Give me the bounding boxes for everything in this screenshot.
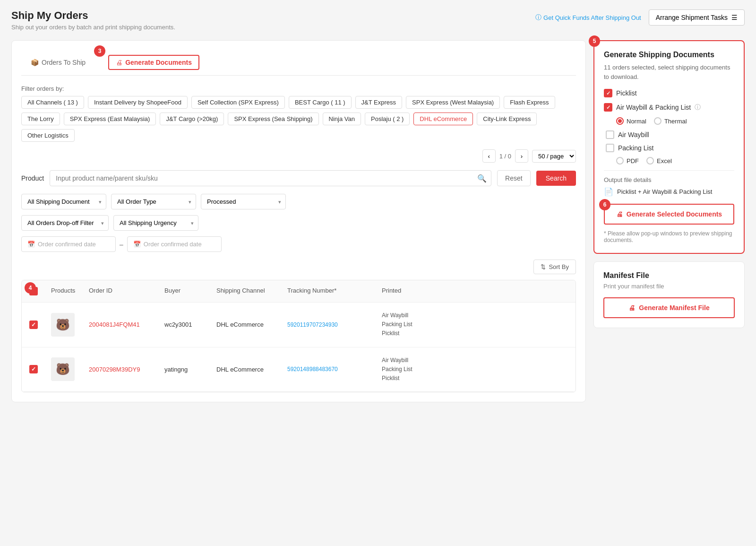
filter-tag[interactable]: The Lorry [21,113,60,125]
filter-tag[interactable]: Self Collection (SPX Express) [191,96,285,109]
per-page-select[interactable]: 50 / page [532,150,576,163]
filter-tag[interactable]: Flash Express [504,96,555,109]
current-page: 1 [499,153,503,160]
output-label: Output file details [604,176,734,183]
shipping-doc-dropdown[interactable]: All Shipping Document [21,194,106,209]
reset-btn[interactable]: Reset [497,170,531,186]
pdf-icon: 📄 [604,187,613,196]
airwaybill-sub-label: Air Waybill [618,131,649,139]
order-id-2[interactable]: 20070298M39DY9 [83,364,159,375]
normal-radio-dot [616,117,624,125]
tracking-1[interactable]: 5920119707234930 [282,320,376,330]
total-pages: 0 [508,153,511,160]
gen-selected-btn[interactable]: 🖨 Generate Selected Documents [604,204,734,225]
excel-radio[interactable]: Excel [646,157,672,165]
order-type-dropdown[interactable]: All Order Type [111,194,196,209]
channel-1: DHL eCommerce [211,319,282,330]
urgency-dropdown[interactable]: All Shipping Urgency [113,215,198,231]
airwaybill-label: Air Waybill & Packing List [616,104,691,111]
search-icon: 🔍 [477,174,487,183]
row-checkbox-2[interactable]: ✓ [29,365,38,373]
arrange-shipment-btn[interactable]: Arrange Shipment Tasks ☰ [649,9,745,26]
filter-tag[interactable]: DHL eCommerce [413,113,473,125]
search-btn[interactable]: Search [536,171,576,186]
quick-fund-link[interactable]: ⓘ Get Quick Funds After Shipping Out [535,13,641,22]
normal-radio[interactable]: Normal [616,117,646,125]
buyer-1: wc2y3001 [159,319,211,330]
output-file: 📄 Picklist + Air Waybill & Packing List [604,187,734,196]
filter-tag[interactable]: J&T Cargo (>20kg) [160,113,224,125]
gen-doc-title: Generate Shipping Documents [604,51,734,59]
filter-tag[interactable]: Other Logistics [21,129,75,142]
tab-generate-documents[interactable]: 3 🖨 Generate Documents [99,50,209,76]
col-products: Products [45,285,83,297]
filter-tag[interactable]: Poslaju ( 2 ) [365,113,410,125]
filter-tag[interactable]: Instant Delivery by ShopeeFood [88,96,188,109]
sort-btn[interactable]: ⇅ Sort By [533,260,576,274]
filter-label: Filter orders by: [21,85,64,92]
airwaybill-checkbox[interactable]: ✓ [604,103,612,112]
badge-5: 5 [589,35,600,47]
page-subtitle: Ship out your orders by batch and print … [11,24,175,31]
print-icon: 🖨 [116,59,122,66]
table-header: 4 ✓ Products Order ID Buyer Shipping Cha… [22,280,576,303]
thermal-radio-dot [654,117,662,125]
calendar-icon: 📅 [27,241,35,248]
packlist-sub-checkbox[interactable] [606,144,614,152]
pdf-radio[interactable]: PDF [616,157,639,165]
processed-dropdown[interactable]: Processed [201,194,286,209]
row-checkbox-1[interactable]: ✓ [29,321,38,329]
filter-tag[interactable]: Ninja Van [323,113,361,125]
picklist-checkbox[interactable]: ✓ [604,89,612,97]
start-date-input[interactable]: 📅 Order confirmed date [21,236,116,252]
filter-tag[interactable]: J&T Express [355,96,402,109]
orders-icon: 📦 [31,59,39,66]
filter-tag[interactable]: SPX Express (West Malaysia) [406,96,500,109]
filter-tag[interactable]: SPX Express (Sea Shipping) [228,113,318,125]
manifest-sub: Print your manifest file [603,283,735,290]
order-id-1[interactable]: 2004081J4FQM41 [83,319,159,330]
thermal-radio[interactable]: Thermal [654,117,687,125]
print-manifest-icon: 🖨 [628,304,635,312]
filter-tag[interactable]: SPX Express (East Malaysia) [64,113,156,125]
tab-badge-3: 3 [94,45,105,57]
filter-tag[interactable]: All Channels ( 13 ) [21,96,84,109]
airwaybill-sub-checkbox[interactable] [606,130,614,139]
col-buyer: Buyer [159,285,211,297]
table-row: ✓ 🐻 2004081J4FQM41 wc2y3001 DHL eCommerc… [22,303,576,347]
sort-icon: ⇅ [541,263,546,270]
menu-icon: ☰ [731,14,738,21]
filter-tag[interactable]: City-Link Express [477,113,537,125]
popup-note: * Please allow pop-up windows to preview… [604,230,734,243]
search-input[interactable] [50,170,491,186]
manifest-card: Manifest File Print your manifest file 🖨… [593,261,745,328]
printed-2: Air WaybillPacking ListPicklist [376,354,438,385]
end-date-input[interactable]: 📅 Order confirmed date [127,236,222,252]
tab-orders-to-ship[interactable]: 📦 Orders To Ship [21,50,95,76]
printed-1: Air WaybillPacking ListPicklist [376,309,438,340]
gen-doc-subtitle: 11 orders selected, select shipping docu… [604,63,734,81]
pdf-radio-dot [616,157,624,165]
table-row: ✓ 🐻 20070298M39DY9 yatingng DHL eCommerc… [22,347,576,392]
fund-icon: ⓘ [535,13,541,22]
gen-doc-card: 5 Generate Shipping Documents 11 orders … [593,40,745,254]
page-title: Ship My Orders [11,9,175,22]
next-page-btn[interactable]: › [515,149,528,163]
print-icon-btn: 🖨 [616,210,623,218]
manifest-title: Manifest File [603,271,735,280]
filter-tag[interactable]: BEST Cargo ( 11 ) [289,96,352,109]
buyer-2: yatingng [159,364,211,375]
table-badge-4: 4 [25,282,36,294]
gen-manifest-btn[interactable]: 🖨 Generate Manifest File [603,297,735,318]
tracking-2[interactable]: 5920148988483670 [282,364,376,374]
drop-off-dropdown[interactable]: All Orders Drop-off Filter [21,215,109,231]
prev-page-btn[interactable]: ‹ [482,149,496,163]
col-tracking: Tracking Number* [282,285,376,297]
col-printed: Printed [376,285,438,297]
info-icon[interactable]: ⓘ [695,103,701,112]
excel-radio-dot [646,157,654,165]
calendar-icon-end: 📅 [133,241,141,248]
col-channel: Shipping Channel [211,285,282,297]
channel-2: DHL eCommerce [211,364,282,375]
search-label: Product [21,174,44,182]
